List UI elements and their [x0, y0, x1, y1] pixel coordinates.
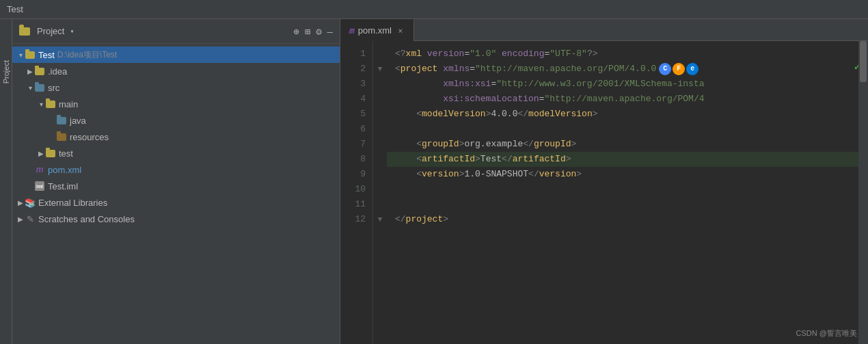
expand-arrow-idea: ▶ — [26, 68, 34, 75]
project-tree: ▾ Test D:\idea项目\Test ▶ .idea ▾ src ▾ — [12, 44, 340, 344]
tree-item-src[interactable]: ▾ src — [12, 79, 340, 96]
xml-bracket-5b: > — [486, 107, 491, 122]
tab-bar: m pom.xml × — [340, 19, 868, 41]
expand-arrow-src: ▾ — [26, 84, 34, 92]
gutter-6 — [373, 122, 387, 137]
xml-indent-8 — [395, 152, 416, 167]
src-folder-icon — [34, 82, 45, 93]
editor-panel: m pom.xml × ✓ 1 2 3 4 5 6 7 8 9 10 11 12 — [340, 19, 868, 344]
fold-marker-2[interactable]: ▼ — [378, 65, 383, 73]
xml-indent-7 — [395, 137, 416, 152]
line-num-10: 10 — [347, 182, 366, 197]
xml-val-groupid: org.example — [464, 137, 523, 152]
settings-icon[interactable]: ⚙ — [316, 26, 321, 37]
tree-label-src: src — [48, 83, 59, 93]
project-title-area: Project ▾ — [19, 26, 293, 37]
tree-label-idea: .idea — [48, 66, 67, 77]
tree-item-root[interactable]: ▾ Test D:\idea项目\Test — [12, 47, 340, 63]
xml-eq-1: = — [464, 47, 470, 62]
xml-attr-xmlns-xsi: xmlns:xsi — [395, 77, 491, 92]
expand-arrow-test: ▶ — [37, 150, 45, 157]
gutter-7 — [373, 137, 387, 152]
project-dropdown-arrow[interactable]: ▾ — [70, 27, 74, 35]
xml-attr-version: version — [422, 47, 464, 62]
line-num-5: 5 — [347, 107, 366, 122]
close-panel-icon[interactable]: — — [327, 26, 333, 37]
tree-item-idea[interactable]: ▶ .idea — [12, 63, 340, 79]
watermark: CSDN @誓言唯美 — [796, 328, 857, 339]
project-side-tab[interactable]: Project — [2, 60, 10, 83]
code-line-1: <?xml version="1.0" encoding="UTF-8"?> — [387, 47, 858, 62]
gutter-8 — [373, 152, 387, 167]
editor-content[interactable]: 1 2 3 4 5 6 7 8 9 10 11 12 ▼ — [340, 41, 868, 344]
header-icons: ⊕ ⊞ ⚙ — — [293, 26, 333, 37]
tab-close-button[interactable]: × — [396, 26, 405, 36]
xml-bracket-1a: <? — [395, 47, 406, 62]
tree-item-main[interactable]: ▾ main — [12, 96, 340, 112]
xml-val-modelversion: 4.0.0 — [491, 107, 517, 122]
xml-tag-project: project — [401, 62, 438, 77]
tree-label-testiml: Test.iml — [48, 181, 78, 191]
code-line-6 — [387, 122, 858, 137]
xml-eq-4: = — [491, 77, 496, 92]
scroll-thumb[interactable] — [860, 41, 867, 82]
xml-bracket-2a: < — [395, 62, 401, 77]
code-line-3: xmlns:xsi="http://www.w3.org/2001/XMLSch… — [387, 77, 858, 92]
tree-label-extlibs: External Libraries — [38, 198, 107, 208]
xml-tag-modelversion: modelVersion — [422, 107, 486, 122]
tab-pom-xml[interactable]: m pom.xml × — [340, 19, 414, 41]
code-area[interactable]: <?xml version="1.0" encoding="UTF-8"?> <… — [387, 41, 858, 344]
tree-label-java: java — [70, 116, 86, 126]
xml-bracket-7c: </ — [523, 137, 534, 152]
collapse-icon[interactable]: ⊞ — [305, 26, 310, 37]
java-folder-icon — [56, 115, 67, 126]
line-num-7: 7 — [347, 137, 366, 152]
tree-item-testiml[interactable]: iml Test.iml — [12, 178, 340, 194]
tree-label-scratches: Scratches and Consoles — [38, 214, 135, 224]
line-num-1: 1 — [347, 47, 366, 62]
tree-item-scratches[interactable]: ▶ ✎ Scratches and Consoles — [12, 211, 340, 227]
gutter-11 — [373, 197, 387, 212]
expand-arrow-scratches: ▶ — [16, 215, 25, 223]
xml-tag-version: version — [422, 167, 459, 182]
xml-bracket-9a: < — [416, 167, 422, 182]
xml-text-5-indent — [395, 107, 416, 122]
gutter-9 — [373, 167, 387, 182]
gutter-10 — [373, 182, 387, 197]
tree-item-extlibs[interactable]: ▶ 📚 External Libraries — [12, 194, 340, 211]
main-folder-icon — [45, 98, 56, 109]
tree-item-resources[interactable]: resources — [12, 129, 340, 145]
project-dropdown-label[interactable]: Project — [37, 26, 64, 36]
xml-tag-artifactid: artifactId — [422, 152, 475, 167]
gutter: ▼ ▼ — [373, 41, 387, 344]
project-header: Project ▾ ⊕ ⊞ ⚙ — — [12, 19, 340, 44]
xml-indent-9 — [395, 167, 416, 182]
edge-icon: e — [686, 63, 699, 75]
tree-item-java[interactable]: java — [12, 112, 340, 129]
tab-maven-icon: m — [349, 25, 354, 36]
code-line-2: <project xmlns="http://maven.apache.org/… — [387, 62, 858, 77]
code-line-12: </project> — [387, 212, 858, 227]
line-num-8: 8 — [347, 152, 366, 167]
locate-icon[interactable]: ⊕ — [293, 26, 299, 37]
sidebar: Project ▾ ⊕ ⊞ ⚙ — ▾ Test D:\idea项目\Test … — [12, 19, 340, 344]
expand-arrow-main: ▾ — [37, 101, 45, 108]
xml-bracket-5c: </ — [517, 107, 528, 122]
root-folder-icon — [25, 49, 36, 60]
firefox-icon: F — [673, 63, 685, 75]
xml-val-version: 1.0-SNAPSHOT — [464, 167, 528, 182]
tree-item-test[interactable]: ▶ test — [12, 145, 340, 161]
line-num-2: 2 — [347, 62, 366, 77]
xml-val-artifactid: Test — [480, 152, 502, 167]
xml-bracket-8a: < — [416, 152, 422, 167]
fold-marker-12[interactable]: ▼ — [378, 215, 383, 224]
xml-bracket-5d: > — [593, 107, 598, 122]
xml-val-version: "1.0" — [470, 47, 496, 62]
line-num-12: 12 — [347, 212, 366, 227]
gutter-12: ▼ — [373, 212, 387, 227]
xml-val-encoding: "UTF-8" — [550, 47, 587, 62]
xml-bracket-8d: > — [566, 152, 571, 167]
scratches-icon: ✎ — [25, 213, 36, 224]
tree-item-pom[interactable]: m pom.xml — [12, 161, 340, 178]
xml-val-schema-loc: "http://maven.apache.org/POM/4 — [544, 92, 704, 107]
